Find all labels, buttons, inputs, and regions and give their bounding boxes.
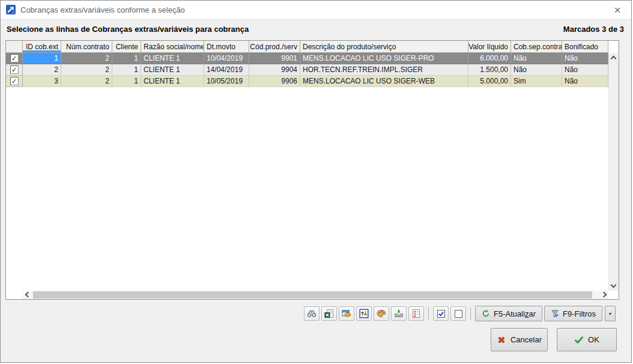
binoculars-icon [307, 309, 316, 318]
cell-cob-sep-contrato[interactable]: Não [511, 53, 562, 64]
cell-razao-social[interactable]: CLIENTE 1 [141, 64, 204, 76]
cell-bonificado[interactable]: Não [562, 64, 608, 76]
cell-descricao[interactable]: MENS.LOCACAO LIC USO SIGER-WEB [300, 76, 468, 87]
column-header-valor-liquido[interactable]: Valor líquido [468, 41, 511, 53]
cell-cliente[interactable]: 1 [112, 76, 141, 87]
scroll-left-icon[interactable] [25, 292, 31, 298]
horizontal-scrollbar[interactable] [23, 291, 608, 299]
title-bar: Cobranças extras/variáveis conforme a se… [1, 1, 631, 19]
instruction-label: Selecione as linhas de Cobranças extras/… [7, 25, 249, 34]
toolbar-separator [470, 307, 471, 320]
cell-bonificado[interactable]: Não [562, 53, 608, 64]
search-button[interactable] [304, 306, 320, 321]
cell-cod-prod[interactable]: 9901 [249, 53, 300, 64]
cell-dt-movto[interactable]: 10/05/2019 [204, 76, 249, 87]
refresh-icon [482, 309, 490, 318]
cell-num-contrato[interactable]: 2 [61, 53, 112, 64]
cell-dt-movto[interactable]: 10/04/2019 [204, 53, 249, 64]
scroll-right-icon[interactable] [601, 292, 607, 298]
sort-button[interactable] [356, 306, 372, 321]
row-select-cell[interactable] [6, 76, 23, 87]
cell-dt-movto[interactable]: 14/04/2019 [204, 64, 249, 76]
close-icon[interactable]: × [610, 4, 625, 17]
column-header-cod-prod[interactable]: Cód.prod./serv [249, 41, 300, 53]
horizontal-scroll-thumb[interactable] [33, 291, 592, 299]
refresh-button-label: F5-Atualizar [494, 309, 536, 318]
refresh-button[interactable]: F5-Atualizar [475, 306, 542, 321]
empty-checkbox-icon [455, 310, 462, 318]
window-title: Cobranças extras/variáveis conforme a se… [20, 5, 185, 14]
table-header-row: ID cob.ext Núm.contrato Cliente Razão so… [6, 41, 608, 53]
layout-hand-icon [342, 309, 351, 318]
unmark-all-button[interactable] [450, 306, 466, 321]
row-select-cell[interactable] [6, 64, 23, 76]
table-row[interactable]: 2 2 1 CLIENTE 1 14/04/2019 9904 HOR.TECN… [6, 64, 608, 76]
marked-counter: Marcados 3 de 3 [563, 25, 624, 34]
layout-button[interactable] [339, 306, 354, 321]
cell-id[interactable]: 2 [23, 64, 61, 76]
grid-toolbar: F5-Atualizar F9-Filtros ▼ [304, 305, 616, 322]
column-header-id[interactable]: ID cob.ext [23, 41, 61, 53]
column-header-descricao[interactable]: Descrição do produto/serviço [300, 41, 468, 53]
filters-button[interactable]: F9-Filtros [544, 306, 602, 321]
column-header-bonificado[interactable]: Bonificado [562, 41, 608, 53]
column-header-num-contrato[interactable]: Núm.contrato [61, 41, 112, 53]
row-checkbox-checked-icon[interactable] [10, 77, 19, 85]
cell-cod-prod[interactable]: 9904 [249, 64, 300, 76]
row-checkbox-checked-icon[interactable] [10, 54, 19, 62]
cancel-button[interactable]: Cancelar [491, 328, 548, 351]
cell-cob-sep-contrato[interactable]: Sim [511, 76, 562, 87]
export-excel-button[interactable] [321, 306, 337, 321]
cell-razao-social[interactable]: CLIENTE 1 [141, 76, 204, 87]
cell-num-contrato[interactable]: 2 [61, 64, 112, 76]
table-row[interactable]: 1 2 1 CLIENTE 1 10/04/2019 9901 MENS.LOC… [6, 53, 608, 64]
ok-check-icon [574, 335, 584, 345]
toolbar-separator [428, 307, 429, 320]
export-down-icon [394, 309, 404, 318]
row-select-cell[interactable] [6, 53, 23, 64]
vertical-scrollbar[interactable] [608, 53, 619, 291]
sort-arrows-icon [359, 309, 369, 318]
column-header-select[interactable] [6, 41, 23, 53]
column-header-razao-social[interactable]: Razão social/nome [141, 41, 204, 53]
checked-checkbox-icon [437, 310, 445, 318]
ok-button-label: OK [588, 335, 599, 344]
column-header-cob-sep-contrato[interactable]: Cob.sep.contrato [511, 41, 562, 53]
excel-export-icon [324, 309, 334, 318]
mark-all-button[interactable] [433, 306, 449, 321]
cell-cob-sep-contrato[interactable]: Não [511, 64, 562, 76]
app-chart-arrow-icon [6, 5, 16, 14]
checklist-button[interactable] [408, 306, 424, 321]
cell-id[interactable]: 3 [23, 76, 61, 87]
chevron-down-icon: ▼ [608, 312, 613, 316]
column-header-cliente[interactable]: Cliente [112, 41, 141, 53]
cancel-x-icon [497, 335, 506, 345]
checklist-icon [411, 309, 421, 318]
row-checkbox-checked-icon[interactable] [10, 65, 19, 74]
cell-num-contrato[interactable]: 2 [61, 76, 112, 87]
cell-bonificado[interactable]: Não [562, 76, 608, 87]
ok-button[interactable]: OK [557, 328, 617, 351]
palette-icon [377, 309, 386, 318]
scroll-down-icon[interactable] [611, 282, 617, 288]
cell-descricao[interactable]: MENS.LOCACAO LIC USO SIGER-PRO [300, 53, 468, 64]
cell-cod-prod[interactable]: 9906 [249, 76, 300, 87]
dialog-window: Cobranças extras/variáveis conforme a se… [0, 0, 632, 363]
cell-cliente[interactable]: 1 [112, 53, 141, 64]
cell-valor-liquido[interactable]: 1.500,00 [468, 64, 511, 76]
table-row[interactable]: 3 2 1 CLIENTE 1 10/05/2019 9906 MENS.LOC… [6, 76, 608, 87]
cell-cliente[interactable]: 1 [112, 64, 141, 76]
export-button[interactable] [391, 306, 407, 321]
cell-valor-liquido[interactable]: 5.000,00 [468, 76, 511, 87]
colors-button[interactable] [374, 306, 389, 321]
cell-valor-liquido[interactable]: 6.000,00 [468, 53, 511, 64]
column-header-dt-movto[interactable]: Dt.movto [204, 41, 249, 53]
cell-id[interactable]: 1 [23, 53, 61, 64]
selection-header: Selecione as linhas de Cobranças extras/… [7, 22, 624, 35]
cell-razao-social[interactable]: CLIENTE 1 [141, 53, 204, 64]
filters-dropdown-button[interactable]: ▼ [605, 306, 616, 321]
cell-descricao[interactable]: HOR.TECN.REF.TREIN.IMPL.SIGER [300, 64, 468, 76]
cancel-button-label: Cancelar [510, 335, 542, 344]
filter-funnel-icon [551, 309, 559, 318]
scroll-up-icon[interactable] [611, 56, 617, 62]
